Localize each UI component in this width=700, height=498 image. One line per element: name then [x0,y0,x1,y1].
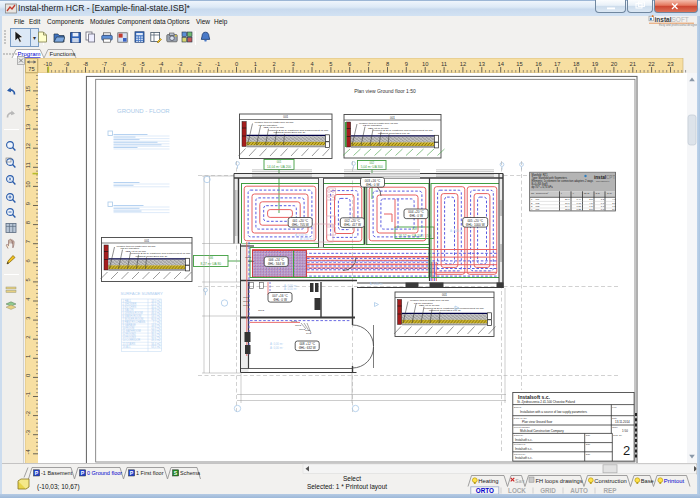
svg-text:LOCK: LOCK [508,487,526,494]
svg-text:Construction: Construction [594,478,627,484]
svg-text:Selected: 1 * Printout layout: Selected: 1 * Printout layout [307,483,387,491]
svg-text:Printout: Printout [664,478,685,484]
svg-text:P: P [35,470,39,476]
svg-text:1 First floor: 1 First floor [136,470,164,476]
svg-text:San: San [515,478,524,484]
svg-text:REP: REP [604,487,617,494]
svg-text:Select: Select [343,475,361,482]
svg-text:FH loops drawings: FH loops drawings [536,478,583,484]
svg-text:Base: Base [641,478,654,484]
svg-text:(-10,03; 10,67): (-10,03; 10,67) [37,483,80,491]
svg-text:Heating: Heating [478,478,498,484]
svg-text:ORTO: ORTO [476,487,494,494]
svg-text:S: S [174,470,178,476]
svg-text:GRID: GRID [540,487,556,494]
svg-text:-1 Basement: -1 Basement [41,470,73,476]
svg-text:P: P [81,470,85,476]
svg-text:P: P [130,470,134,476]
svg-text:0 Ground floor: 0 Ground floor [87,470,122,476]
svg-text:AUTO: AUTO [570,487,588,494]
svg-text:Schema: Schema [180,470,201,476]
